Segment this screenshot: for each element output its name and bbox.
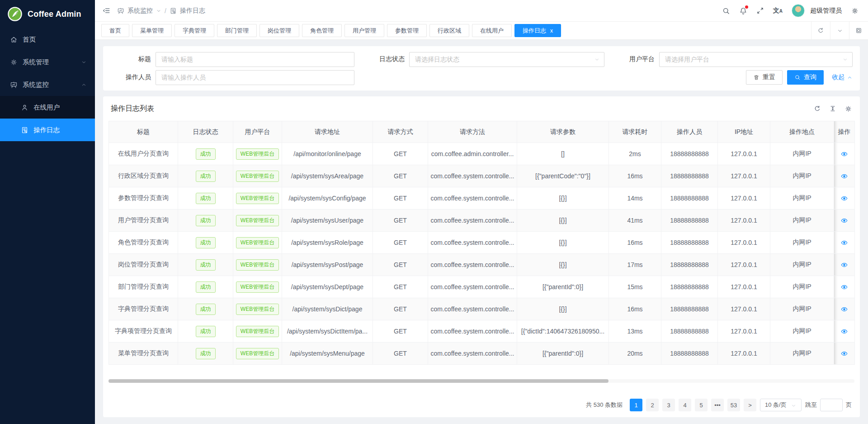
platform-badge: WEB管理后台: [236, 326, 279, 337]
sidebar-item-操作日志[interactable]: 操作日志: [0, 119, 95, 141]
cell: com.coffee.system.controlle...: [428, 232, 517, 254]
tab-操作日志[interactable]: 操作日志x: [514, 24, 561, 37]
tab-用户管理[interactable]: 用户管理: [344, 24, 384, 37]
translate-icon[interactable]: 文A: [773, 7, 783, 15]
sidebar-item-首页[interactable]: 首页: [0, 28, 95, 51]
pagination: 共 530 条数据 12345•••53 > 10 条/页 跳至 页: [108, 399, 854, 417]
search-icon: [794, 74, 801, 81]
tab-在线用户[interactable]: 在线用户: [472, 24, 512, 37]
chevron-down-icon: [156, 8, 161, 14]
tab-角色管理[interactable]: 角色管理: [302, 24, 342, 37]
collapse-icon: [102, 6, 111, 15]
status-badge: 成功: [196, 237, 216, 248]
cell: 127.0.0.1: [718, 320, 770, 343]
collapse-sidebar-icon[interactable]: [102, 6, 111, 15]
tab-label: 字典管理: [183, 27, 206, 35]
app-title: Coffee Admin: [28, 10, 81, 19]
sidebar-item-在线用户[interactable]: 在线用户: [0, 96, 95, 119]
cell: [{"parentCode":"0"}]: [517, 165, 609, 187]
cell: 内网IP: [770, 187, 834, 210]
scrollbar-thumb[interactable]: [108, 379, 609, 383]
sidebar-item-label: 在线用户: [33, 103, 60, 112]
search-button[interactable]: 查询: [787, 70, 824, 85]
refresh-icon[interactable]: [814, 105, 821, 112]
monitor-icon: [117, 7, 124, 14]
view-detail-button[interactable]: [840, 283, 848, 291]
tab-controls: [811, 22, 868, 39]
cell: /api/system/sysArea/page: [282, 165, 373, 187]
view-detail-button[interactable]: [840, 261, 848, 269]
page-size-select[interactable]: 10 条/页: [760, 399, 802, 411]
close-icon[interactable]: x: [550, 28, 553, 34]
page-button-5[interactable]: 5: [695, 399, 708, 411]
title-input[interactable]: [156, 52, 354, 67]
eye-icon: [840, 305, 848, 313]
cell: 18888888888: [661, 276, 718, 298]
jump-page-input[interactable]: [820, 399, 843, 411]
platform-badge: WEB管理后台: [236, 281, 279, 293]
status-badge-cell: 成功: [178, 320, 233, 343]
view-detail-button[interactable]: [840, 195, 848, 202]
search-icon: [794, 74, 801, 81]
breadcrumb-section[interactable]: 系统监控: [127, 7, 153, 15]
cell: [{"parentId":0}]: [517, 276, 609, 298]
page-button-1[interactable]: 1: [630, 399, 642, 411]
fullscreen-icon[interactable]: [756, 7, 764, 14]
view-detail-button[interactable]: [840, 239, 848, 247]
tab-菜单管理[interactable]: 菜单管理: [132, 24, 172, 37]
page-button-4[interactable]: 4: [679, 399, 691, 411]
user-platform-select[interactable]: [659, 52, 853, 67]
cell: 18888888888: [661, 254, 718, 276]
sidebar-item-label: 首页: [23, 35, 36, 44]
refresh-icon[interactable]: [811, 22, 830, 39]
reset-button[interactable]: 重置: [746, 70, 783, 85]
username[interactable]: 超级管理员: [810, 7, 842, 15]
chevron-up-icon: [847, 75, 853, 81]
row-height-icon[interactable]: [829, 105, 836, 112]
status-badge-cell: 成功: [178, 143, 233, 165]
main-area: 系统监控 / 操作日志 文A 超级管理员 首页菜单管理字典管理部门管理岗位管理角…: [95, 0, 868, 424]
view-detail-button[interactable]: [840, 328, 848, 335]
operator-input[interactable]: [156, 70, 354, 85]
status-badge-cell: 成功: [178, 210, 233, 232]
page-button-53[interactable]: 53: [727, 399, 740, 411]
sidebar-item-系统监控[interactable]: 系统监控: [0, 73, 95, 96]
cell: 字典项管理分页查询: [109, 320, 178, 343]
tab-首页[interactable]: 首页: [101, 24, 129, 37]
gear-icon[interactable]: [844, 105, 852, 113]
sidebar-item-系统管理[interactable]: 系统管理: [0, 51, 95, 73]
page-buttons: 12345•••53: [630, 399, 740, 411]
view-detail-button[interactable]: [840, 217, 848, 224]
tab-字典管理[interactable]: 字典管理: [175, 24, 214, 37]
maximize-icon[interactable]: [849, 22, 868, 39]
log-status-select[interactable]: [409, 52, 604, 67]
gear-icon[interactable]: [851, 7, 859, 15]
page-button-2[interactable]: 2: [646, 399, 659, 411]
table-row: 行政区域分页查询成功WEB管理后台/api/system/sysArea/pag…: [109, 165, 855, 187]
next-page-button[interactable]: >: [744, 399, 756, 411]
tab-部门管理[interactable]: 部门管理: [217, 24, 257, 37]
status-badge: 成功: [196, 171, 216, 182]
page-ellipsis[interactable]: •••: [711, 399, 724, 411]
cell: 127.0.0.1: [718, 210, 770, 232]
search-icon[interactable]: [722, 7, 730, 15]
tab-label: 首页: [109, 27, 121, 35]
tab-岗位管理[interactable]: 岗位管理: [259, 24, 299, 37]
collapse-filter-link[interactable]: 收起: [832, 73, 853, 81]
view-detail-button[interactable]: [840, 172, 848, 180]
avatar[interactable]: [792, 4, 805, 17]
log-table-card: 操作日志列表 标题日志状态用户平台请求地址请求方式请求方法请求参数请求耗时操作人…: [103, 96, 860, 417]
tab-参数管理[interactable]: 参数管理: [387, 24, 427, 37]
column-header: 日志状态: [178, 121, 233, 143]
chevron-down-icon[interactable]: [830, 22, 849, 39]
content: 标题 日志状态 用户平台: [95, 40, 868, 424]
view-detail-button[interactable]: [840, 350, 848, 357]
page-button-3[interactable]: 3: [662, 399, 675, 411]
view-detail-button[interactable]: [840, 305, 848, 313]
notifications-button[interactable]: [739, 7, 747, 15]
cell: []: [517, 143, 609, 165]
view-detail-button[interactable]: [840, 150, 848, 158]
notification-badge: [745, 5, 748, 9]
tab-行政区域[interactable]: 行政区域: [429, 24, 469, 37]
horizontal-scrollbar[interactable]: [108, 379, 854, 383]
